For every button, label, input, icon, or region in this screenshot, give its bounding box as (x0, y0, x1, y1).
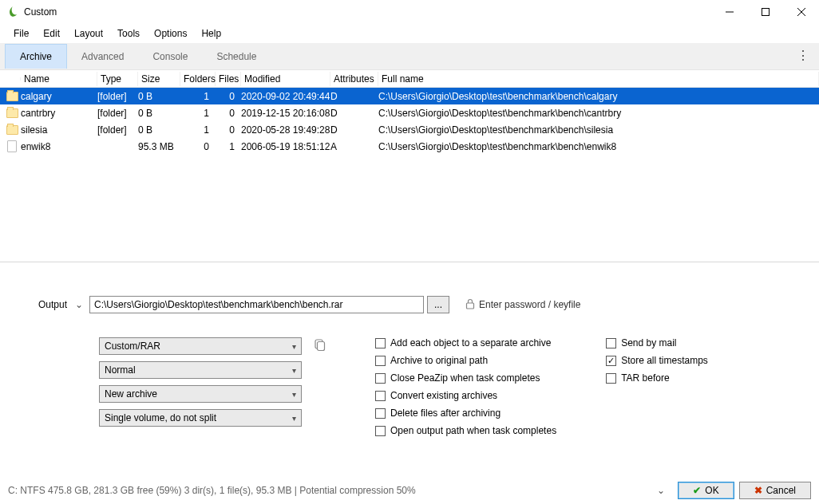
tab-schedule[interactable]: Schedule (202, 45, 271, 69)
checkbox-icon (606, 338, 616, 348)
tab-archive[interactable]: Archive (5, 44, 67, 69)
folder-icon (3, 92, 21, 101)
output-label: Output (38, 299, 67, 310)
table-row[interactable]: calgary[folder]0 B102020-09-02 20:49:44D… (0, 88, 819, 104)
checks-right-column: Send by mail✓Store all timestampsTAR bef… (606, 337, 708, 436)
selects-column: Custom/RAR▾ Normal▾ New archive▾ Single … (99, 337, 302, 436)
cell-fullname: C:\Users\Giorgio\Desktop\test\benchmark\… (378, 124, 819, 136)
cell-size: 95.3 MB (138, 141, 180, 152)
menu-help[interactable]: Help (194, 26, 228, 41)
checkbox-label: Store all timestamps (621, 355, 708, 366)
cell-size: 0 B (138, 108, 180, 119)
cancel-button[interactable]: ✖Cancel (739, 482, 811, 499)
chevron-down-icon: ▾ (292, 390, 296, 399)
cell-modified: 2020-09-02 20:49:44 (241, 91, 330, 102)
table-row[interactable]: enwik895.3 MB012006-05-19 18:51:12AC:\Us… (0, 138, 819, 155)
cell-fullname: C:\Users\Giorgio\Desktop\test\benchmark\… (378, 141, 819, 152)
cell-folders: 0 (180, 141, 216, 152)
checkbox-icon (375, 408, 386, 419)
minimize-button[interactable] (711, 0, 747, 24)
table-row[interactable]: cantrbry[folder]0 B102019-12-15 20:16:08… (0, 104, 819, 121)
compression-level-select[interactable]: Normal▾ (99, 361, 302, 379)
browse-output-button[interactable]: ... (427, 296, 449, 313)
col-files[interactable]: Files (216, 72, 241, 86)
cell-name: calgary (21, 91, 97, 102)
menu-options[interactable]: Options (147, 26, 194, 41)
password-label: Enter password / keyfile (479, 299, 580, 310)
chevron-down-icon: ▾ (292, 414, 296, 423)
kebab-menu-icon[interactable]: ⋮ (797, 48, 809, 63)
menu-file[interactable]: File (6, 26, 36, 41)
col-name[interactable]: Name (21, 72, 97, 86)
check-left-2[interactable]: Close PeaZip when task completes (375, 372, 556, 384)
svg-rect-1 (762, 8, 769, 15)
cell-type: [folder] (97, 124, 138, 136)
file-list[interactable]: calgary[folder]0 B102020-09-02 20:49:44D… (0, 88, 819, 155)
col-size[interactable]: Size (138, 72, 180, 86)
checkbox-label: Delete files after archiving (390, 408, 500, 419)
format-select[interactable]: Custom/RAR▾ (99, 337, 302, 355)
check-left-5[interactable]: Open output path when task completes (375, 425, 556, 436)
col-attributes[interactable]: Attributes (330, 72, 378, 86)
cell-name: enwik8 (21, 141, 97, 152)
archive-mode-select[interactable]: New archive▾ (99, 385, 302, 403)
folder-icon (3, 125, 21, 135)
checkbox-icon: ✓ (606, 356, 616, 366)
cell-name: cantrbry (21, 108, 97, 119)
volume-split-select[interactable]: Single volume, do not split▾ (99, 409, 302, 427)
cell-attributes: D (330, 124, 378, 136)
cell-fullname: C:\Users\Giorgio\Desktop\test\benchmark\… (378, 91, 819, 102)
menu-tools[interactable]: Tools (110, 26, 147, 41)
cell-folders: 1 (180, 124, 216, 136)
ok-button[interactable]: ✔OK (678, 482, 734, 499)
check-right-2[interactable]: TAR before (606, 372, 708, 384)
checkbox-label: Open output path when task completes (390, 425, 556, 436)
folder-icon (3, 108, 21, 118)
cell-attributes: D (330, 91, 378, 102)
cell-modified: 2020-05-28 19:49:28 (241, 124, 330, 136)
tab-console[interactable]: Console (138, 45, 202, 69)
menu-edit[interactable]: Edit (36, 26, 67, 41)
password-button[interactable]: Enter password / keyfile (465, 298, 580, 312)
statusbar: C: NTFS 475.8 GB, 281.3 GB free (59%) 3 … (0, 477, 819, 504)
copy-settings-icon[interactable] (313, 339, 326, 354)
checkbox-icon (375, 426, 386, 436)
svg-rect-4 (467, 303, 474, 309)
check-left-1[interactable]: Archive to original path (375, 355, 556, 366)
checkbox-icon (606, 373, 616, 384)
output-path-input[interactable] (89, 296, 424, 313)
x-icon: ✖ (754, 485, 762, 496)
output-dropdown-icon[interactable]: ⌄ (75, 299, 83, 310)
checkbox-label: Add each object to a separate archive (390, 337, 551, 348)
menu-layout[interactable]: Layout (67, 26, 110, 41)
tab-advanced[interactable]: Advanced (67, 45, 138, 69)
col-type[interactable]: Type (97, 72, 138, 86)
col-fullname[interactable]: Full name (378, 72, 819, 86)
table-row[interactable]: silesia[folder]0 B102020-05-28 19:49:28D… (0, 121, 819, 138)
check-right-1[interactable]: ✓Store all timestamps (606, 355, 708, 366)
check-left-4[interactable]: Delete files after archiving (375, 408, 556, 419)
close-button[interactable] (783, 0, 819, 24)
cell-type: [folder] (97, 108, 138, 119)
checkbox-icon (375, 391, 386, 401)
titlebar: Custom (0, 0, 819, 24)
cell-attributes: A (330, 141, 378, 152)
maximize-button[interactable] (747, 0, 783, 24)
status-expand-icon[interactable]: ⌄ (657, 485, 665, 496)
col-folders[interactable]: Folders (180, 72, 216, 86)
window-title: Custom (24, 6, 57, 18)
chevron-down-icon: ▾ (292, 366, 296, 375)
cell-files: 0 (216, 124, 241, 136)
file-icon (3, 140, 21, 152)
status-text: C: NTFS 475.8 GB, 281.3 GB free (59%) 3 … (8, 485, 416, 496)
output-row: Output ⌄ ... Enter password / keyfile (38, 296, 819, 313)
check-left-3[interactable]: Convert existing archives (375, 390, 556, 401)
cell-fullname: C:\Users\Giorgio\Desktop\test\benchmark\… (378, 108, 819, 119)
check-right-0[interactable]: Send by mail (606, 337, 708, 348)
check-left-0[interactable]: Add each object to a separate archive (375, 337, 556, 348)
cell-files: 0 (216, 91, 241, 102)
checkbox-icon (375, 373, 386, 384)
col-modified[interactable]: Modified (241, 72, 330, 86)
cell-type: [folder] (97, 91, 138, 102)
checkbox-label: Archive to original path (390, 355, 488, 366)
